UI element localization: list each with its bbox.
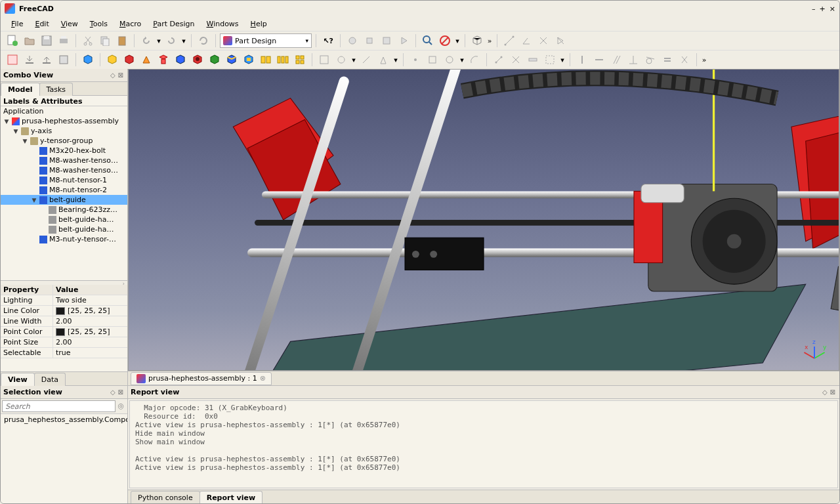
- tree-item[interactable]: M8-nut-tensor-2: [1, 185, 127, 195]
- tab-data[interactable]: Data: [34, 373, 66, 386]
- geom-trim-icon[interactable]: [508, 52, 524, 68]
- menu-tools[interactable]: Tools: [85, 18, 113, 30]
- tree-item[interactable]: M8-washer-tenso…: [1, 165, 127, 175]
- measure-toggle-icon[interactable]: [553, 33, 568, 49]
- constraint-arc-icon[interactable]: [467, 52, 482, 68]
- pd-revolution-icon[interactable]: [121, 52, 137, 68]
- pd-fillet-icon[interactable]: [207, 52, 222, 68]
- whats-this-icon[interactable]: ↖?: [320, 33, 336, 49]
- macro-record-icon[interactable]: [345, 33, 360, 49]
- pd-chamfer-icon[interactable]: [224, 52, 240, 68]
- con-parallel-icon[interactable]: [608, 52, 624, 68]
- export-icon[interactable]: [39, 52, 54, 68]
- save-icon[interactable]: [39, 33, 54, 49]
- con-horizontal-icon[interactable]: [591, 52, 607, 68]
- paste-icon[interactable]: [114, 33, 130, 49]
- selection-item[interactable]: prusa_hephestos_assembly.Compound0…: [4, 415, 124, 424]
- menu-edit[interactable]: Edit: [30, 18, 54, 30]
- tree-item[interactable]: ▼belt-guide: [1, 195, 127, 205]
- menu-part-design[interactable]: Part Design: [148, 18, 200, 30]
- tree-item[interactable]: belt-guide-ha…: [1, 224, 127, 234]
- sketch-validate-dropdown[interactable]: ▾: [392, 52, 399, 68]
- undo-icon[interactable]: [138, 33, 154, 49]
- menu-file[interactable]: File: [6, 18, 28, 30]
- property-row[interactable]: Line Color[25, 25, 25]: [1, 306, 127, 316]
- geom-extend-icon[interactable]: [525, 52, 541, 68]
- con-equal-icon[interactable]: [660, 52, 675, 68]
- tree-item[interactable]: M3x20-hex-bolt: [1, 146, 127, 156]
- selection-list[interactable]: prusa_hephestos_assembly.Compound0…: [1, 414, 127, 503]
- tree-application[interactable]: Application: [1, 106, 127, 116]
- sketch-map-icon[interactable]: [358, 52, 374, 68]
- geom-external-icon[interactable]: [542, 52, 558, 68]
- macro-list-icon[interactable]: [379, 33, 394, 49]
- new-document-icon[interactable]: [5, 33, 20, 49]
- import-icon[interactable]: [22, 52, 37, 68]
- pd-polar-pattern-icon[interactable]: [292, 52, 308, 68]
- measure-clear-icon[interactable]: [536, 33, 551, 49]
- menu-view[interactable]: View: [56, 18, 83, 30]
- property-row[interactable]: Point Color[25, 25, 25]: [1, 327, 127, 337]
- panel-close-icon[interactable]: ⊠: [117, 72, 125, 79]
- property-row[interactable]: Line Width2.00: [1, 316, 127, 327]
- cut-icon[interactable]: [80, 33, 96, 49]
- property-grid[interactable]: Property Value LightingTwo sideLine Colo…: [1, 285, 127, 371]
- constraint-circle-icon[interactable]: [442, 52, 457, 68]
- tab-tasks[interactable]: Tasks: [39, 83, 73, 96]
- tree-item[interactable]: Bearing-623zz…: [1, 205, 127, 215]
- pd-body-icon[interactable]: [80, 52, 96, 68]
- tree-item[interactable]: M8-nut-tensor-1: [1, 175, 127, 185]
- tree-item[interactable]: M8-washer-tenso…: [1, 156, 127, 165]
- macro-play-icon[interactable]: [396, 33, 411, 49]
- document-tab[interactable]: prusa-hephestos-assembly : 1 ⊗: [131, 372, 272, 385]
- property-row[interactable]: Point Size2.00: [1, 337, 127, 348]
- tree-item[interactable]: ▼y-axis: [1, 126, 127, 136]
- document-tab-close-icon[interactable]: ⊗: [260, 374, 266, 383]
- sketch-edit-icon[interactable]: [333, 52, 349, 68]
- print-icon[interactable]: [56, 33, 72, 49]
- property-row[interactable]: Selectabletrue: [1, 348, 127, 358]
- tab-model[interactable]: Model: [1, 83, 40, 96]
- geom-point-icon[interactable]: [491, 52, 507, 68]
- report-float-icon[interactable]: ◇: [821, 388, 829, 396]
- sketch-validate-icon[interactable]: [375, 52, 391, 68]
- measure-angular-icon[interactable]: [518, 33, 534, 49]
- geom-dropdown[interactable]: ▾: [559, 52, 566, 68]
- zoom-fit-icon[interactable]: [420, 33, 436, 49]
- con-tangent-icon[interactable]: [642, 52, 658, 68]
- con-symmetric-icon[interactable]: [677, 52, 692, 68]
- selection-search-input[interactable]: [2, 400, 116, 412]
- menu-windows[interactable]: Windows: [201, 18, 243, 30]
- macro-stop-icon[interactable]: [362, 33, 377, 49]
- 3d-viewport[interactable]: x y z: [128, 69, 839, 371]
- pd-mirror-icon[interactable]: [258, 52, 274, 68]
- copy-icon[interactable]: [97, 33, 113, 49]
- tree-item[interactable]: belt-guide-ha…: [1, 215, 127, 224]
- panel-float-icon[interactable]: ◇: [109, 72, 117, 79]
- selview-close-icon[interactable]: ⊠: [117, 388, 125, 396]
- sketch-new-icon[interactable]: [316, 52, 332, 68]
- part-icon[interactable]: [56, 52, 72, 68]
- close-button[interactable]: ×: [830, 5, 835, 13]
- constraint-dropdown[interactable]: ▾: [459, 52, 465, 68]
- open-icon[interactable]: [22, 33, 37, 49]
- pd-pad-icon[interactable]: [104, 52, 120, 68]
- report-close-icon[interactable]: ⊠: [829, 388, 837, 396]
- tab-view[interactable]: View: [1, 373, 35, 386]
- tab-report-view[interactable]: Report view: [200, 491, 262, 504]
- tree-item[interactable]: ▼prusa-hephestos-assembly: [1, 116, 127, 126]
- pd-draft-icon[interactable]: [241, 52, 257, 68]
- draw-style-icon[interactable]: [437, 33, 453, 49]
- property-row[interactable]: LightingTwo side: [1, 295, 127, 306]
- search-clear-icon[interactable]: ◎: [116, 400, 126, 412]
- undo-dropdown-icon[interactable]: ▾: [156, 33, 162, 49]
- pd-groove-icon[interactable]: [156, 52, 171, 68]
- redo-dropdown-icon[interactable]: ▾: [180, 33, 187, 49]
- menu-macro[interactable]: Macro: [114, 18, 146, 30]
- pd-loft-icon[interactable]: [138, 52, 154, 68]
- constraint-point-icon[interactable]: [408, 52, 423, 68]
- sketch-dropdown-icon[interactable]: ▾: [350, 52, 357, 68]
- pd-pocket-icon[interactable]: [173, 52, 188, 68]
- maximize-button[interactable]: +: [820, 5, 826, 13]
- view-iso-icon[interactable]: [469, 33, 485, 49]
